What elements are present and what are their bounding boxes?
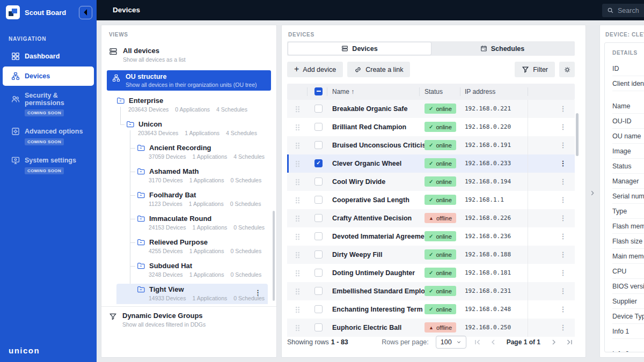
ou-tree-node[interactable]: Immaculate Round 24153 Devices 1 Applica… <box>101 213 273 237</box>
row-checkbox[interactable] <box>314 269 323 277</box>
drag-handle[interactable] <box>295 306 300 313</box>
row-checkbox[interactable] <box>314 196 323 204</box>
status-icon: ▲ <box>429 216 434 221</box>
row-checkbox[interactable] <box>314 232 323 240</box>
column-header-status[interactable]: Status <box>425 88 443 95</box>
sidebar-item-system-settings[interactable]: System settings COMING SOON <box>3 151 94 179</box>
drag-handle[interactable] <box>295 324 300 331</box>
view-dynamic-device-groups[interactable]: Dynamic Device Groups Show all devices f… <box>109 312 206 328</box>
tree-node-menu-icon[interactable]: ⋮ <box>254 289 261 297</box>
column-separator <box>528 100 528 118</box>
previous-page-button[interactable] <box>489 338 497 346</box>
next-page-icon <box>550 338 558 346</box>
tab-devices[interactable]: Devices <box>288 42 431 55</box>
ou-tree-node[interactable]: Unicon 203643 Devices 1 Applications 4 S… <box>101 119 273 142</box>
device-table-row[interactable]: Dirty Weepy Fill ✓online 192.168.0.188 ⋮ <box>287 246 575 264</box>
first-page-button[interactable] <box>473 338 482 346</box>
row-checkbox[interactable] <box>314 178 323 186</box>
ou-tree-node[interactable]: Relieved Purpose 4255 Devices 1 Applicat… <box>101 237 273 260</box>
next-page-button[interactable] <box>550 338 558 346</box>
filter-button[interactable]: Filter <box>515 62 555 77</box>
row-menu-icon[interactable]: ⋮ <box>558 105 568 113</box>
device-table-row[interactable]: Clever Organic Wheel ✓online 192.168.0.2… <box>287 154 575 173</box>
ou-tree-node[interactable]: Enterprise 203643 Devices 0 Applications… <box>101 95 273 119</box>
row-menu-icon[interactable]: ⋮ <box>558 214 568 222</box>
view-ou-structure[interactable]: OU structure Show all devices in their o… <box>107 70 271 91</box>
drag-handle[interactable] <box>295 270 300 277</box>
drag-handle[interactable] <box>295 124 300 131</box>
select-all-checkbox[interactable] <box>314 87 323 95</box>
row-menu-icon[interactable]: ⋮ <box>558 250 568 258</box>
row-menu-icon[interactable]: ⋮ <box>558 159 568 167</box>
sidebar-item-devices[interactable]: Devices <box>3 67 94 86</box>
row-checkbox[interactable] <box>314 105 323 113</box>
drag-handle[interactable] <box>295 160 300 167</box>
drag-handle[interactable] <box>295 197 300 204</box>
ou-tree-node[interactable]: Tight View 14933 Devices 1 Applications … <box>101 284 273 304</box>
drag-handle[interactable] <box>295 252 300 258</box>
row-checkbox[interactable] <box>314 159 323 167</box>
row-menu-icon[interactable]: ⋮ <box>558 305 568 313</box>
device-table-row[interactable]: Cooperative Sad Length ✓online 192.168.1… <box>287 191 575 209</box>
ou-tree-node[interactable]: Ancient Recording 37059 Devices 1 Applic… <box>101 142 273 166</box>
device-table-row[interactable]: Brilliant Red Champion ✓online 192.168.0… <box>287 118 575 136</box>
drag-handle[interactable] <box>295 106 300 113</box>
drag-handle[interactable] <box>295 215 300 222</box>
ou-devices-count: 14933 Devices <box>149 295 186 301</box>
row-checkbox[interactable] <box>314 323 323 331</box>
drag-handle[interactable] <box>295 288 300 295</box>
search-input[interactable]: Search <box>602 4 644 17</box>
row-menu-icon[interactable]: ⋮ <box>558 196 568 204</box>
device-table-row[interactable]: Breakable Organic Safe ✓online 192.168.0… <box>287 100 575 118</box>
column-header-ip[interactable]: IP address <box>465 88 495 95</box>
device-table-row[interactable]: Embellished Standard Employ ✓online 192.… <box>287 282 575 300</box>
ou-tree-node[interactable]: Ashamed Math 3170 Devices 1 Applications… <box>101 166 273 189</box>
ou-tree-node[interactable]: Foolhardy Bat 1123 Devices 1 Application… <box>101 189 273 213</box>
device-table-row[interactable]: Devoted Immaterial Agreement ✓online 192… <box>287 227 575 246</box>
views-scrollbar[interactable] <box>273 211 275 301</box>
drag-handle[interactable] <box>295 233 300 240</box>
device-table-row[interactable]: Bruised Unconscious Criticism ✓online 19… <box>287 136 575 154</box>
sidebar: Scout Board NAVIGATION Dashboard Devices… <box>0 0 97 362</box>
sidebar-item-security-permissions[interactable]: Security & permissions COMING SOON <box>3 87 94 121</box>
row-checkbox[interactable] <box>314 141 323 149</box>
table-settings-button[interactable] <box>559 62 575 77</box>
device-table-row[interactable]: Crafty Attentive Decision ▲offline 192.1… <box>287 209 575 227</box>
row-menu-icon[interactable]: ⋮ <box>558 269 568 277</box>
row-checkbox[interactable] <box>314 214 323 222</box>
device-table-row[interactable]: Doting Untimely Daughter ✓online 192.168… <box>287 264 575 282</box>
details-field-list: ID Client identifier Name OU-ID OU name … <box>612 61 644 352</box>
device-ip: 192.168.0.250 <box>465 324 511 331</box>
rows-per-page-select[interactable]: 100 <box>436 336 466 349</box>
drag-handle[interactable] <box>295 142 300 149</box>
sidebar-item-advanced-options[interactable]: Advanced options COMING SOON <box>3 122 94 150</box>
add-device-button[interactable]: + Add device <box>287 62 343 77</box>
row-checkbox[interactable] <box>314 123 323 131</box>
row-menu-icon[interactable]: ⋮ <box>558 141 568 149</box>
status-label: online <box>436 288 451 294</box>
row-menu-icon[interactable]: ⋮ <box>558 287 568 295</box>
status-badge: ✓online <box>425 176 456 187</box>
row-checkbox[interactable] <box>314 305 323 313</box>
row-menu-icon[interactable]: ⋮ <box>558 123 568 131</box>
last-page-button[interactable] <box>565 338 574 346</box>
row-menu-icon[interactable]: ⋮ <box>558 323 568 331</box>
unicon-logo: unicon <box>9 346 40 355</box>
device-table-row[interactable]: Enchanting Interesting Term ✓online 192.… <box>287 300 575 319</box>
ou-tree-node[interactable]: Subdued Hat 3248 Devices 1 Applications … <box>101 260 273 284</box>
row-checkbox[interactable] <box>314 287 323 295</box>
create-link-button[interactable]: Create a link <box>347 62 410 77</box>
tab-schedules[interactable]: Schedules <box>431 42 574 55</box>
view-label: OU structure <box>126 73 257 80</box>
row-menu-icon[interactable]: ⋮ <box>558 232 568 240</box>
row-menu-icon[interactable]: ⋮ <box>558 178 568 186</box>
table-scrollbar[interactable] <box>576 113 579 156</box>
sidebar-collapse-button[interactable] <box>79 6 92 19</box>
details-expand-handle[interactable] <box>589 187 598 199</box>
view-all-devices[interactable]: All devices Show all devices as a list <box>109 47 186 63</box>
devices-panel: DEVICES Devices Schedules + Add device C… <box>281 25 586 358</box>
device-table-row[interactable]: Cool Wiry Divide ✓online 192.168.0.194 ⋮ <box>287 173 575 191</box>
column-header-name[interactable]: Name ↑ <box>332 88 354 95</box>
drag-handle[interactable] <box>295 179 300 186</box>
row-checkbox[interactable] <box>314 250 323 258</box>
